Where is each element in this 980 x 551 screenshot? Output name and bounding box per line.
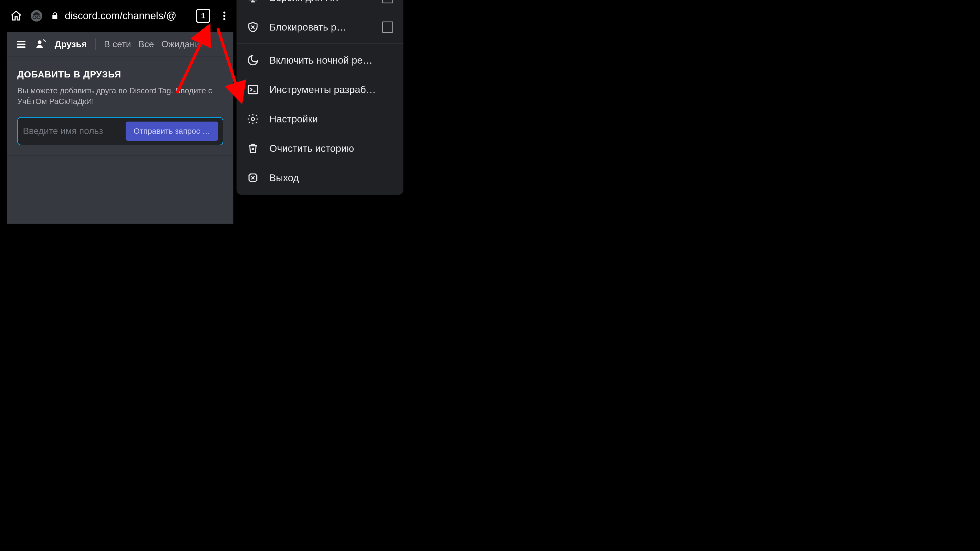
discord-app: Друзья В сети Все Ожидание ДОБАВИТЬ В ДР…	[7, 32, 234, 224]
phone-screenshot: discord.com/channels/@ 1 Друзья В сети В…	[7, 0, 234, 224]
address-bar[interactable]: discord.com/channels/@	[51, 10, 188, 22]
friends-title: Друзья	[55, 39, 87, 49]
friends-wave-icon	[35, 38, 47, 50]
tab-all[interactable]: Все	[138, 39, 154, 49]
monitor-icon	[247, 0, 259, 4]
menu-item-exit[interactable]: Выход	[237, 163, 403, 192]
gear-icon	[247, 113, 259, 125]
exit-icon	[247, 171, 259, 184]
hamburger-icon[interactable]	[15, 38, 27, 50]
svg-point-5	[223, 18, 225, 20]
lock-icon	[51, 11, 59, 20]
svg-rect-8	[17, 46, 25, 48]
svg-rect-11	[248, 86, 258, 94]
svg-rect-7	[17, 43, 25, 45]
add-friend-description: Вы можете добавить друга по Discord Tag.…	[17, 86, 223, 107]
tab-online[interactable]: В сети	[104, 39, 131, 49]
chrome-overflow-menu: Версия для ПК Блокировать р… Включить но…	[237, 0, 403, 195]
menu-item-settings[interactable]: Настройки	[237, 104, 403, 134]
home-icon[interactable]	[10, 10, 22, 22]
discord-empty-area	[7, 156, 234, 224]
menu-item-clear-history[interactable]: Очистить историю	[237, 134, 403, 163]
discord-header: Друзья В сети Все Ожидание	[7, 32, 234, 57]
menu-item-desktop-site[interactable]: Версия для ПК	[237, 0, 403, 13]
menu-item-dev-tools[interactable]: Инструменты разраб…	[237, 75, 403, 104]
friend-tag-input[interactable]	[22, 125, 121, 137]
url-text: discord.com/channels/@	[65, 10, 177, 22]
svg-point-0	[31, 10, 42, 22]
tab-pending[interactable]: Ожидание	[161, 39, 205, 49]
incognito-icon[interactable]	[30, 10, 43, 22]
shield-x-icon	[247, 21, 259, 33]
trash-icon	[247, 142, 259, 155]
add-friend-inputbox: Отправить запрос …	[17, 117, 223, 145]
menu-item-night-mode[interactable]: Включить ночной ре…	[237, 46, 403, 75]
send-request-button[interactable]: Отправить запрос …	[126, 122, 218, 141]
add-friend-section: ДОБАВИТЬ В ДРУЗЬЯ Вы можете добавить дру…	[7, 57, 234, 156]
kebab-menu-icon[interactable]	[218, 10, 231, 22]
block-ads-checkbox[interactable]	[382, 22, 393, 33]
browser-toolbar: discord.com/channels/@ 1	[7, 0, 234, 32]
tab-switcher[interactable]: 1	[196, 9, 210, 23]
menu-separator	[237, 43, 403, 44]
svg-rect-6	[17, 41, 25, 42]
moon-icon	[247, 54, 259, 67]
menu-item-block-ads[interactable]: Блокировать р…	[237, 13, 403, 42]
svg-point-4	[223, 15, 225, 17]
add-friend-title: ДОБАВИТЬ В ДРУЗЬЯ	[17, 69, 223, 80]
svg-point-9	[38, 40, 41, 44]
svg-point-3	[223, 11, 225, 14]
desktop-site-checkbox[interactable]	[382, 0, 393, 3]
svg-point-12	[251, 118, 255, 121]
terminal-icon	[247, 83, 259, 96]
